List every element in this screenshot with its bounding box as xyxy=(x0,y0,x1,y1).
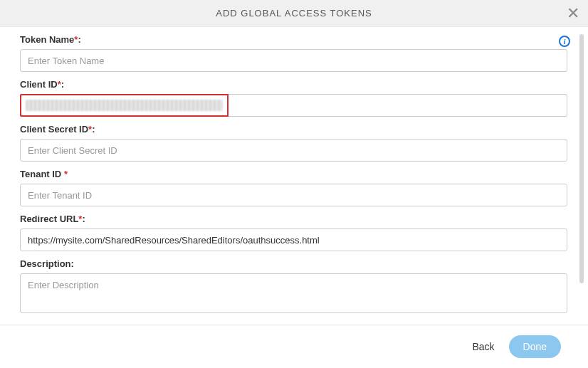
close-icon[interactable]: ✕ xyxy=(567,6,579,21)
token-name-label: Token Name*: xyxy=(20,34,567,45)
client-secret-input[interactable] xyxy=(20,139,567,162)
modal-footer: Back Done xyxy=(0,325,588,367)
label-text: Client ID xyxy=(20,79,58,90)
modal-title: ADD GLOBAL ACCESS TOKENS xyxy=(216,8,372,19)
scrollbar-track[interactable] xyxy=(579,34,584,283)
label-text: Redirect URL xyxy=(20,214,78,224)
client-id-input[interactable] xyxy=(20,94,567,117)
done-button[interactable]: Done xyxy=(509,335,561,358)
info-icon: i xyxy=(559,36,570,47)
redirect-url-group: Redirect URL*: xyxy=(20,214,567,251)
label-text: Token Name xyxy=(20,34,74,45)
tenant-id-label: Tenant ID * xyxy=(20,169,567,179)
tenant-id-input[interactable] xyxy=(20,184,567,206)
info-icon-wrap[interactable]: i xyxy=(559,34,570,47)
modal-header: ADD GLOBAL ACCESS TOKENS ✕ xyxy=(0,0,588,27)
tenant-id-group: Tenant ID * xyxy=(20,169,567,206)
token-name-group: Token Name*: xyxy=(20,34,567,72)
label-text: Tenant ID xyxy=(20,169,64,179)
client-secret-label: Client Secret ID*: xyxy=(20,124,567,135)
required-mark: * xyxy=(64,169,68,179)
form-container: Token Name*: Client ID*: Client Secret I… xyxy=(20,34,567,316)
client-id-label: Client ID*: xyxy=(20,79,567,90)
description-textarea[interactable] xyxy=(20,273,567,313)
description-group: Description: xyxy=(20,258,567,316)
required-mark: * xyxy=(78,214,82,224)
label-text: Client Secret ID xyxy=(20,124,88,135)
description-label: Description: xyxy=(20,258,567,269)
redirect-url-label: Redirect URL*: xyxy=(20,214,567,224)
token-name-input[interactable] xyxy=(20,49,567,72)
modal-body: i Token Name*: Client ID*: Client Secret… xyxy=(0,27,588,325)
required-mark: * xyxy=(58,79,61,90)
client-id-group: Client ID*: xyxy=(20,79,567,117)
scrollbar-thumb[interactable] xyxy=(579,34,584,283)
back-button[interactable]: Back xyxy=(468,335,498,358)
client-secret-group: Client Secret ID*: xyxy=(20,124,567,162)
client-id-wrap xyxy=(20,94,567,117)
required-mark: * xyxy=(74,34,78,45)
required-mark: * xyxy=(88,124,92,135)
redirect-url-input[interactable] xyxy=(20,228,567,251)
